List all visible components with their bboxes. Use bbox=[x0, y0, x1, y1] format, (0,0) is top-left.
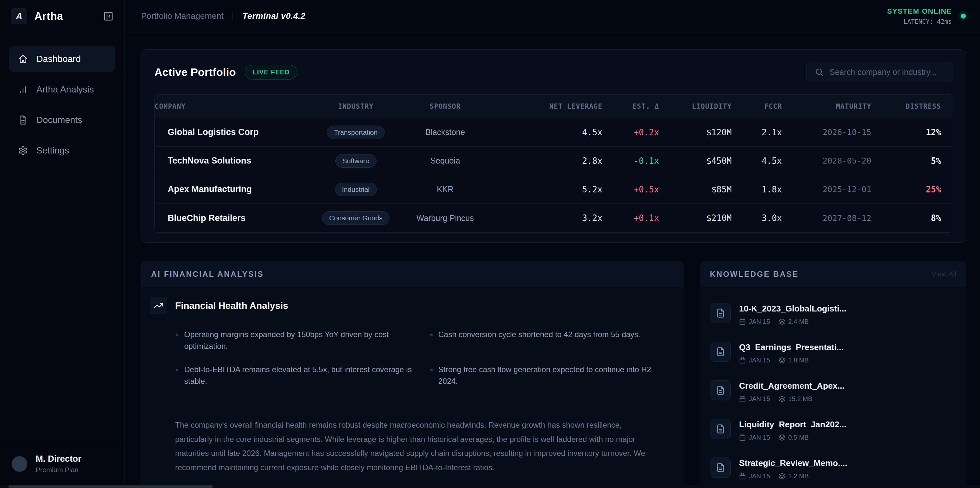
kb-document-size: 0.5 MB bbox=[788, 434, 809, 441]
portfolio-table: COMPANY INDUSTRY SPONSOR NET LEVERAGE ES… bbox=[154, 94, 953, 233]
portfolio-header: Active Portfolio LIVE FEED bbox=[154, 62, 953, 82]
kb-document-date: JAN 15 bbox=[749, 472, 770, 480]
column-header: EST. Δ bbox=[632, 102, 659, 110]
brand-name: Artha bbox=[34, 10, 63, 22]
maturity-cell: 2028-05-20 bbox=[822, 156, 871, 166]
kb-document-date: JAN 15 bbox=[749, 395, 770, 403]
net-leverage-cell: 3.2x bbox=[582, 213, 603, 223]
company-cell: Global Logistics Corp bbox=[168, 127, 259, 137]
insight-bullet: Strong free cash flow generation expecte… bbox=[430, 364, 669, 387]
calendar-icon bbox=[739, 473, 746, 480]
active-portfolio-card: Active Portfolio LIVE FEED bbox=[141, 49, 966, 243]
file-icon bbox=[711, 303, 730, 323]
net-leverage-cell: 4.5x bbox=[582, 128, 603, 137]
ai-panel-body: Financial Health Analysis Operating marg… bbox=[142, 287, 684, 488]
insight-bullets: Operating margins expanded by 150bps YoY… bbox=[175, 329, 669, 387]
fccr-cell: 1.8x bbox=[762, 185, 782, 195]
kb-document-list: 10-K_2023_GlobalLogisti... bbox=[700, 287, 966, 488]
maturity-cell: 2026-10-15 bbox=[822, 128, 871, 137]
company-cell: BlueChip Retailers bbox=[168, 213, 245, 223]
company-cell: Apex Manufacturing bbox=[168, 184, 252, 195]
column-header: DISTRESS bbox=[906, 102, 941, 110]
topbar: Portfolio Management Terminal v0.4.2 SYS… bbox=[125, 0, 980, 32]
layers-icon bbox=[779, 473, 786, 480]
distress-cell: 5% bbox=[931, 156, 941, 166]
financial-health-row: Financial Health Analysis bbox=[150, 297, 676, 314]
table-row[interactable]: Apex Manufacturing Industrial KKR 5.2x +… bbox=[155, 175, 953, 204]
insight-bullet: Cash conversion cycle shortened to 42 da… bbox=[430, 329, 669, 352]
horizontal-scrollbar-thumb[interactable] bbox=[8, 485, 213, 488]
file-icon bbox=[711, 419, 730, 439]
app-root: A Artha Dashboard bbox=[0, 0, 980, 488]
layers-icon bbox=[779, 434, 786, 441]
kb-document-item[interactable]: 10-K_2023_GlobalLogisti... bbox=[709, 295, 957, 333]
company-cell: TechNova Solutions bbox=[168, 156, 251, 166]
sponsor-cell: Sequoia bbox=[430, 156, 460, 166]
insight-bullet: Debt-to-EBITDA remains elevated at 5.5x,… bbox=[175, 364, 415, 387]
avatar bbox=[12, 456, 27, 472]
sponsor-cell: Warburg Pincus bbox=[417, 214, 474, 223]
kb-document-name: 10-K_2023_GlobalLogisti... bbox=[739, 303, 846, 314]
search-icon bbox=[815, 67, 824, 77]
column-header: SPONSOR bbox=[430, 102, 461, 110]
kb-document-item[interactable]: Credit_Agreement_Apex... bbox=[709, 372, 957, 411]
kb-document-name: Strategic_Review_Memo.... bbox=[739, 458, 847, 468]
kb-document-item[interactable]: Q3_Earnings_Presentati... bbox=[709, 333, 957, 372]
sidebar-item-settings[interactable]: Settings bbox=[9, 137, 115, 164]
industry-badge: Industrial bbox=[335, 183, 377, 196]
sponsor-cell: KKR bbox=[437, 185, 453, 194]
search-box[interactable] bbox=[807, 62, 953, 82]
table-row[interactable]: TechNova Solutions Software Sequoia 2.8x… bbox=[155, 147, 953, 175]
sidebar-item-dashboard[interactable]: Dashboard bbox=[9, 46, 115, 72]
sidebar-nav: Dashboard Artha Analysis Documents bbox=[0, 32, 124, 164]
portfolio-title: Active Portfolio bbox=[154, 66, 236, 78]
lower-panels: AI FINANCIAL ANALYSIS Financial Health A… bbox=[141, 261, 966, 488]
sidebar-item-documents[interactable]: Documents bbox=[9, 107, 115, 133]
est-delta-cell: +0.5x bbox=[634, 185, 659, 195]
panel-left-close-icon bbox=[103, 11, 113, 21]
table-row[interactable]: Global Logistics Corp Transportation Bla… bbox=[155, 118, 953, 147]
home-icon bbox=[18, 54, 28, 64]
distress-cell: 25% bbox=[926, 185, 941, 195]
layers-icon bbox=[779, 318, 786, 325]
kb-document-date: JAN 15 bbox=[749, 357, 770, 364]
search-input[interactable] bbox=[829, 67, 945, 77]
column-header: FCCR bbox=[764, 102, 782, 110]
sidebar-item-label: Documents bbox=[36, 115, 83, 125]
user-plan: Premium Plan bbox=[36, 466, 81, 474]
table-row[interactable]: BlueChip Retailers Consumer Goods Warbur… bbox=[155, 204, 953, 232]
sidebar-item-artha-analysis[interactable]: Artha Analysis bbox=[9, 77, 115, 102]
maturity-cell: 2027-08-12 bbox=[822, 214, 871, 223]
table-header-row: COMPANY INDUSTRY SPONSOR NET LEVERAGE ES… bbox=[155, 95, 953, 118]
divider bbox=[175, 403, 669, 403]
kb-document-item[interactable]: Strategic_Review_Memo.... bbox=[709, 450, 957, 488]
sidebar-collapse-button[interactable] bbox=[103, 11, 113, 21]
horizontal-scrollbar bbox=[0, 485, 980, 488]
kb-document-name: Credit_Agreement_Apex... bbox=[739, 380, 845, 391]
ai-panel-header: AI FINANCIAL ANALYSIS bbox=[142, 261, 684, 287]
est-delta-cell: +0.2x bbox=[634, 128, 659, 137]
column-header: LIQUIDITY bbox=[692, 102, 732, 110]
sidebar-item-label: Artha Analysis bbox=[36, 85, 94, 95]
liquidity-cell: $450M bbox=[706, 156, 732, 166]
kb-document-size: 1.2 MB bbox=[788, 472, 809, 480]
kb-document-item[interactable]: Liquidity_Report_Jan202... bbox=[709, 411, 957, 450]
column-header: MATURITY bbox=[836, 102, 871, 110]
breadcrumb-separator bbox=[232, 11, 233, 21]
status-online-label: SYSTEM ONLINE bbox=[887, 7, 952, 16]
brand-logo-letter: A bbox=[16, 11, 22, 21]
est-delta-cell: +0.1x bbox=[634, 213, 659, 223]
sidebar: A Artha Dashboard bbox=[0, 0, 125, 488]
calendar-icon bbox=[739, 357, 746, 364]
kb-document-name: Liquidity_Report_Jan202... bbox=[739, 419, 846, 430]
industry-badge: Software bbox=[335, 154, 377, 168]
knowledge-base-panel: KNOWLEDGE BASE View All bbox=[700, 261, 966, 488]
column-header: COMPANY bbox=[155, 102, 186, 110]
brand-row: A Artha bbox=[0, 0, 124, 32]
file-icon bbox=[711, 380, 730, 400]
user-profile[interactable]: M. Director Premium Plan bbox=[0, 444, 124, 488]
fccr-cell: 4.5x bbox=[762, 156, 782, 166]
kb-document-meta: JAN 15 0.5 MB bbox=[739, 434, 846, 441]
gear-icon bbox=[18, 146, 28, 155]
view-all-link[interactable]: View All bbox=[931, 270, 956, 278]
